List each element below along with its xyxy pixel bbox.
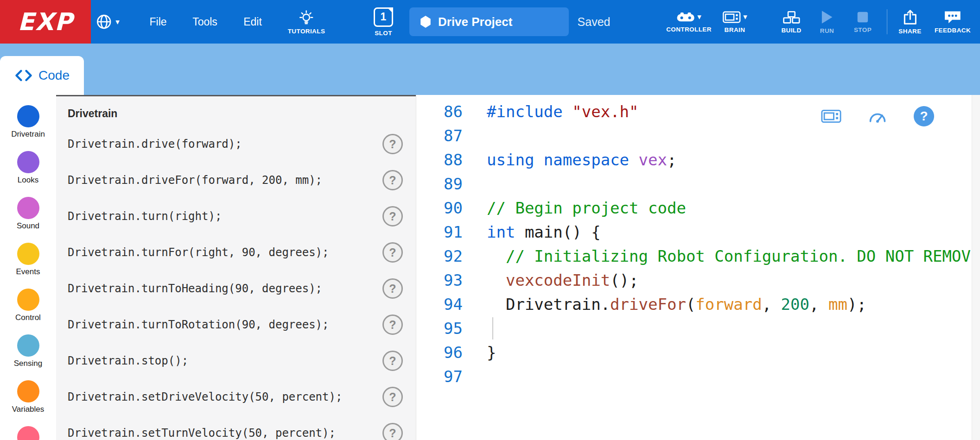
code-line-91[interactable]: 91int main() { — [416, 220, 980, 244]
command-text[interactable]: Drivetrain.setDriveVelocity(50, percent)… — [68, 390, 342, 403]
slot-button[interactable]: 1 SLOT — [374, 0, 393, 44]
command-row[interactable]: Drivetrain.turn(right);? — [68, 198, 416, 234]
controller-button[interactable]: ▾ CONTROLLER — [666, 0, 712, 44]
command-row[interactable]: Drivetrain.setTurnVelocity(50, percent);… — [68, 415, 416, 440]
code-line-87[interactable]: 87 — [416, 124, 980, 148]
code-line-92[interactable]: 92 // Initializing Robot Configuration. … — [416, 244, 980, 268]
run-button[interactable]: RUN — [820, 0, 834, 44]
command-text[interactable]: Drivetrain.stop(); — [68, 354, 188, 367]
stop-label: STOP — [854, 26, 872, 33]
command-text[interactable]: Drivetrain.turnToHeading(90, degrees); — [68, 282, 322, 295]
command-help-button[interactable]: ? — [382, 314, 403, 335]
editor-scrollbar[interactable] — [972, 95, 980, 440]
command-help-button[interactable]: ? — [382, 351, 403, 371]
brain-icon — [821, 109, 841, 124]
code-line-95[interactable]: 95 — [416, 316, 980, 340]
brain-button[interactable]: ▾ BRAIN — [722, 0, 747, 44]
command-text[interactable]: Drivetrain.turnToRotation(90, degrees); — [68, 318, 329, 331]
code-line-96[interactable]: 96} — [416, 340, 980, 365]
command-text[interactable]: Drivetrain.driveFor(forward, 200, mm); — [68, 174, 322, 187]
command-row[interactable]: Drivetrain.turnFor(right, 90, degrees);? — [68, 234, 416, 270]
line-number: 91 — [416, 220, 463, 244]
code-token: vex — [639, 151, 667, 169]
command-text[interactable]: Drivetrain.drive(forward); — [68, 138, 242, 151]
code-editor[interactable]: 86#include "vex.h"8788using namespace ve… — [416, 95, 980, 440]
category-variables[interactable]: Variables — [0, 370, 56, 416]
category-label: Control — [15, 313, 41, 322]
command-help-button[interactable]: ? — [382, 387, 403, 407]
line-content: using namespace vex; — [463, 148, 676, 172]
command-row[interactable]: Drivetrain.turnToRotation(90, degrees);? — [68, 307, 416, 343]
tutorials-button[interactable]: TUTORIALS — [288, 0, 325, 44]
stop-button[interactable]: STOP — [854, 0, 872, 44]
line-number: 87 — [416, 124, 463, 148]
category-color-dot[interactable] — [17, 289, 39, 311]
command-help-button[interactable]: ? — [382, 242, 403, 263]
project-name-button[interactable]: Drive Project — [409, 7, 569, 36]
line-number: 93 — [416, 268, 463, 292]
dashboard-button[interactable] — [862, 101, 893, 132]
code-line-89[interactable]: 89 — [416, 172, 980, 196]
category-sidebar: DrivetrainLooksSoundEventsControlSensing… — [0, 95, 56, 440]
command-help-button[interactable]: ? — [382, 423, 403, 440]
code-line-90[interactable]: 90// Begin project code — [416, 196, 980, 220]
code-line-94[interactable]: 94 Drivetrain.driveFor(forward, 200, mm)… — [416, 292, 980, 316]
code-token: "vex.h" — [572, 102, 638, 121]
menu-file[interactable]: File — [149, 0, 166, 44]
code-token: vexcodeInit — [506, 271, 610, 289]
code-line-97[interactable]: 97 — [416, 365, 980, 389]
stop-icon — [856, 11, 869, 24]
category-color-dot[interactable] — [17, 197, 39, 219]
category-color-dot[interactable] — [17, 380, 39, 402]
command-row[interactable]: Drivetrain.driveFor(forward, 200, mm);? — [68, 162, 416, 198]
category-color-dot[interactable] — [17, 151, 39, 173]
feedback-bubble-icon — [944, 10, 961, 24]
help-button[interactable]: ? — [909, 101, 939, 132]
command-row[interactable]: Drivetrain.turnToHeading(90, degrees);? — [68, 270, 416, 307]
category-events[interactable]: Events — [0, 233, 56, 278]
category-sound[interactable]: Sound — [0, 187, 56, 233]
code-line-86[interactable]: 86#include "vex.h" — [416, 100, 980, 124]
code-token: , — [762, 295, 781, 314]
category-color-dot[interactable] — [17, 334, 39, 357]
category-label: Variables — [12, 405, 45, 414]
command-text[interactable]: Drivetrain.turnFor(right, 90, degrees); — [68, 246, 329, 259]
code-line-93[interactable]: 93 vexcodeInit(); — [416, 268, 980, 292]
line-content: Drivetrain.driveFor(forward, 200, mm); — [463, 292, 866, 316]
share-button[interactable]: SHARE — [898, 0, 921, 44]
command-help-button[interactable]: ? — [382, 170, 403, 190]
feedback-button[interactable]: FEEDBACK — [935, 0, 971, 44]
chevron-down-icon: ▾ — [743, 13, 747, 21]
command-row[interactable]: Drivetrain.stop();? — [68, 343, 416, 379]
category-control[interactable]: Control — [0, 278, 56, 324]
command-text[interactable]: Drivetrain.turn(right); — [68, 210, 222, 223]
menu-tools[interactable]: Tools — [192, 0, 217, 44]
code-token — [487, 271, 506, 289]
category-color-dot[interactable] — [17, 105, 39, 127]
indent-guide — [492, 317, 493, 339]
command-help-button[interactable]: ? — [382, 206, 403, 226]
code-token — [563, 102, 572, 121]
command-row[interactable]: Drivetrain.drive(forward);? — [68, 126, 416, 162]
category-sensing[interactable]: Sensing — [0, 324, 56, 370]
category-color-dot[interactable] — [17, 243, 39, 265]
build-button[interactable]: BUILD — [781, 0, 801, 44]
controller-label: CONTROLLER — [666, 26, 712, 33]
brain-label: BRAIN — [725, 26, 745, 33]
category-color-dot[interactable] — [17, 426, 39, 440]
code-line-88[interactable]: 88using namespace vex; — [416, 148, 980, 172]
command-text[interactable]: Drivetrain.setTurnVelocity(50, percent); — [68, 427, 336, 440]
command-help-button[interactable]: ? — [382, 134, 403, 154]
command-row[interactable]: Drivetrain.setDriveVelocity(50, percent)… — [68, 379, 416, 415]
device-info-button[interactable] — [816, 101, 846, 132]
code-token: #include — [487, 102, 563, 121]
question-glyph: ? — [920, 109, 928, 124]
code-token: // Begin project code — [487, 199, 686, 217]
menu-edit[interactable]: Edit — [243, 0, 262, 44]
lightbulb-icon — [299, 9, 314, 25]
category-looks[interactable]: Looks — [0, 141, 56, 187]
command-help-button[interactable]: ? — [382, 278, 403, 299]
category-drivetrain[interactable]: Drivetrain — [0, 95, 56, 141]
category-extra[interactable] — [0, 416, 56, 440]
tab-code[interactable]: Code — [0, 56, 84, 95]
